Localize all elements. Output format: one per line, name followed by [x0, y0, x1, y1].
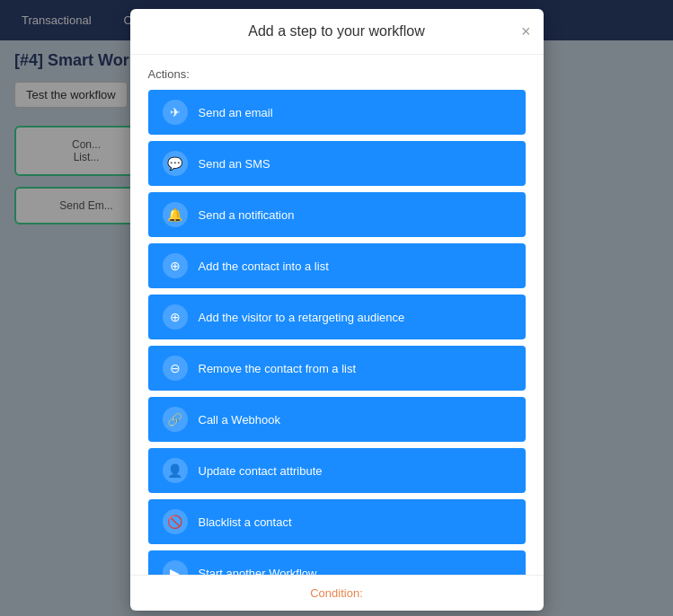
modal-title: Add a step to your workflow	[248, 23, 425, 40]
update-contact-icon: 👤	[163, 458, 188, 483]
add-visitor-retargeting-button[interactable]: ⊕ Add the visitor to a retargeting audie…	[148, 295, 526, 339]
add-contact-list-label: Add the contact into a list	[199, 260, 329, 273]
add-contact-list-icon: ⊕	[163, 253, 188, 278]
call-webhook-icon: 🔗	[163, 407, 188, 432]
add-visitor-retargeting-icon: ⊕	[163, 304, 188, 330]
send-notification-icon: 🔔	[163, 202, 188, 227]
update-contact-button[interactable]: 👤 Update contact attribute	[148, 448, 526, 493]
remove-contact-list-icon: ⊖	[163, 356, 188, 381]
condition-link[interactable]: Condition:	[310, 586, 363, 600]
blacklist-contact-icon: 🚫	[163, 509, 188, 534]
blacklist-contact-label: Blacklist a contact	[199, 515, 292, 529]
call-webhook-label: Call a Webhook	[199, 413, 281, 427]
send-email-button[interactable]: ✈ Send an email	[148, 90, 526, 135]
modal-overlay: Add a step to your workflow × Actions: ✈…	[0, 0, 673, 616]
modal-footer: Condition:	[130, 575, 544, 611]
call-webhook-button[interactable]: 🔗 Call a Webhook	[148, 397, 526, 442]
modal-body: Actions: ✈ Send an email 💬 Send an SMS 🔔…	[130, 55, 544, 575]
add-contact-list-button[interactable]: ⊕ Add the contact into a list	[148, 243, 526, 288]
remove-contact-list-button[interactable]: ⊖ Remove the contact from a list	[148, 346, 526, 391]
send-notification-label: Send a notification	[199, 208, 295, 222]
blacklist-contact-button[interactable]: 🚫 Blacklist a contact	[148, 499, 526, 544]
add-visitor-retargeting-label: Add the visitor to a retargeting audienc…	[199, 311, 405, 324]
modal-close-button[interactable]: ×	[521, 23, 531, 40]
send-email-label: Send an email	[199, 106, 273, 119]
action-list: ✈ Send an email 💬 Send an SMS 🔔 Send a n…	[148, 90, 526, 575]
send-sms-label: Send an SMS	[199, 157, 270, 171]
add-step-modal: Add a step to your workflow × Actions: ✈…	[130, 9, 544, 611]
modal-header: Add a step to your workflow ×	[130, 9, 544, 55]
update-contact-label: Update contact attribute	[199, 464, 323, 478]
send-sms-icon: 💬	[163, 151, 188, 176]
start-workflow-button[interactable]: ▶ Start another Workflow	[148, 550, 526, 575]
start-workflow-label: Start another Workflow	[199, 567, 317, 576]
send-sms-button[interactable]: 💬 Send an SMS	[148, 141, 526, 186]
send-notification-button[interactable]: 🔔 Send a notification	[148, 192, 526, 237]
actions-label: Actions:	[148, 67, 526, 81]
start-workflow-icon: ▶	[163, 560, 188, 575]
remove-contact-list-label: Remove the contact from a list	[199, 362, 357, 375]
send-email-icon: ✈	[163, 100, 188, 125]
